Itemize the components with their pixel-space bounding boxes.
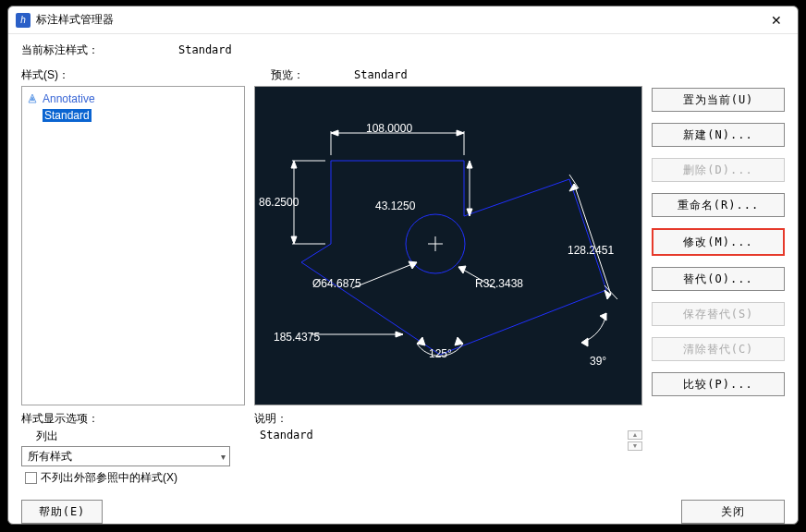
modify-button[interactable]: 修改(M)... — [652, 228, 785, 256]
style-item-standard[interactable]: Standard — [24, 107, 242, 124]
dim-128: 128.2451 — [568, 244, 614, 257]
annotative-icon — [26, 92, 39, 105]
description-label: 说明： — [254, 411, 642, 427]
style-filter-select[interactable]: 所有样式 ▾ — [21, 446, 230, 466]
chevron-down-icon: ▾ — [221, 452, 226, 462]
mid-area: Annotative Standard — [21, 86, 785, 405]
display-options: 样式显示选项： 列出 所有样式 ▾ 不列出外部参照中的样式(X) — [21, 411, 245, 486]
new-button[interactable]: 新建(N)... — [652, 123, 785, 147]
button-column: 置为当前(U) 新建(N)... 删除(D)... 重命名(R)... 修改(M… — [652, 86, 785, 405]
description-scroll[interactable]: ▲ ▼ — [628, 430, 642, 451]
footer: 帮助(E) 关闭 — [8, 496, 798, 524]
dim-39: 39° — [590, 355, 606, 368]
preview-label: 预览： — [271, 67, 354, 83]
dialog-window: h 标注样式管理器 ✕ 当前标注样式： Standard 样式(S)： 预览： … — [7, 6, 799, 525]
save-override-button[interactable]: 保存替代(S) — [652, 302, 785, 326]
checkbox-box — [25, 472, 37, 484]
exclude-xref-checkbox[interactable]: 不列出外部参照中的样式(X) — [21, 470, 245, 486]
dim-64: Ø64.6875 — [312, 277, 361, 290]
window-title: 标注样式管理器 — [36, 12, 763, 28]
description-text: Standard — [254, 429, 628, 441]
preview-value: Standard — [354, 68, 408, 81]
lower-area: 样式显示选项： 列出 所有样式 ▾ 不列出外部参照中的样式(X) 说明： Sta… — [21, 411, 785, 486]
display-opts-label: 样式显示选项： — [21, 411, 245, 427]
preview-panel: 108.0000 86.2500 43.1250 128.2451 Ø64.68… — [254, 86, 642, 405]
styles-list[interactable]: Annotative Standard — [21, 86, 245, 405]
dim-43: 43.1250 — [375, 200, 415, 212]
rename-button[interactable]: 重命名(R)... — [652, 193, 785, 217]
svg-line-13 — [352, 262, 417, 288]
spin-up-icon[interactable]: ▲ — [628, 430, 642, 440]
dim-r32: R32.3438 — [475, 277, 523, 290]
dim-86: 86.2500 — [259, 196, 292, 209]
spin-down-icon[interactable]: ▼ — [628, 441, 642, 451]
close-icon[interactable]: ✕ — [763, 13, 790, 28]
description-box: Standard ▲ ▼ — [254, 429, 642, 451]
list-label: 列出 — [21, 429, 245, 444]
compare-button[interactable]: 比较(P)... — [652, 372, 785, 396]
current-style-row: 当前标注样式： Standard — [21, 40, 785, 60]
dim-125: 125° — [429, 347, 452, 360]
svg-line-10 — [574, 184, 611, 295]
dim-108: 108.0000 — [366, 122, 412, 135]
styles-label: 样式(S)： — [21, 67, 271, 83]
current-style-label: 当前标注样式： — [21, 42, 178, 58]
dialog-body: 当前标注样式： Standard 样式(S)： 预览： Standard Ann… — [8, 34, 798, 496]
checkbox-label: 不列出外部参照中的样式(X) — [41, 470, 177, 486]
delete-button[interactable]: 删除(D)... — [652, 158, 785, 182]
current-style-value: Standard — [178, 43, 232, 56]
close-button[interactable]: 关闭 — [681, 500, 785, 524]
help-button[interactable]: 帮助(E) — [21, 500, 103, 524]
dim-185: 185.4375 — [274, 331, 320, 344]
description-column: 说明： Standard ▲ ▼ — [254, 411, 642, 486]
labels-row: 样式(S)： 预览： Standard — [21, 66, 785, 84]
app-icon: h — [16, 13, 31, 28]
override-button[interactable]: 替代(O)... — [652, 267, 785, 291]
set-current-button[interactable]: 置为当前(U) — [652, 88, 785, 112]
titlebar: h 标注样式管理器 ✕ — [8, 6, 798, 34]
select-value: 所有样式 — [28, 449, 72, 465]
clear-override-button[interactable]: 清除替代(C) — [652, 337, 785, 361]
style-item-annotative[interactable]: Annotative — [24, 91, 242, 107]
